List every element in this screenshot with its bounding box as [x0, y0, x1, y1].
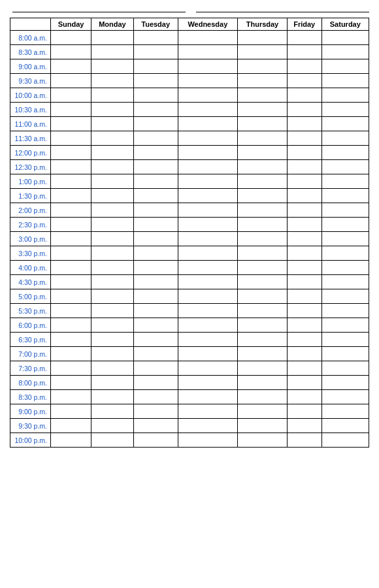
schedule-cell[interactable] [238, 347, 288, 361]
schedule-cell[interactable] [287, 333, 321, 347]
schedule-cell[interactable] [321, 189, 369, 203]
schedule-cell[interactable] [238, 289, 288, 304]
schedule-cell[interactable] [178, 318, 238, 333]
schedule-cell[interactable] [321, 203, 369, 218]
schedule-cell[interactable] [287, 146, 321, 160]
schedule-cell[interactable] [91, 189, 134, 203]
schedule-cell[interactable] [238, 390, 288, 404]
schedule-cell[interactable] [321, 275, 369, 289]
schedule-cell[interactable] [287, 275, 321, 289]
schedule-cell[interactable] [51, 59, 91, 74]
schedule-cell[interactable] [91, 203, 134, 218]
schedule-cell[interactable] [133, 376, 178, 390]
schedule-cell[interactable] [91, 218, 134, 232]
schedule-cell[interactable] [287, 189, 321, 203]
schedule-cell[interactable] [51, 304, 91, 318]
schedule-cell[interactable] [51, 117, 91, 131]
schedule-cell[interactable] [321, 160, 369, 174]
schedule-cell[interactable] [51, 261, 91, 275]
schedule-cell[interactable] [238, 361, 288, 376]
schedule-cell[interactable] [287, 131, 321, 146]
schedule-cell[interactable] [287, 174, 321, 189]
schedule-cell[interactable] [91, 117, 134, 131]
schedule-cell[interactable] [287, 31, 321, 45]
schedule-cell[interactable] [133, 174, 178, 189]
schedule-cell[interactable] [321, 289, 369, 304]
schedule-cell[interactable] [91, 31, 134, 45]
schedule-cell[interactable] [91, 361, 134, 376]
schedule-cell[interactable] [321, 390, 369, 404]
schedule-cell[interactable] [91, 390, 134, 404]
schedule-cell[interactable] [238, 103, 288, 117]
schedule-cell[interactable] [178, 289, 238, 304]
schedule-cell[interactable] [321, 246, 369, 261]
schedule-cell[interactable] [133, 390, 178, 404]
schedule-cell[interactable] [178, 390, 238, 404]
schedule-cell[interactable] [51, 347, 91, 361]
schedule-cell[interactable] [287, 59, 321, 74]
schedule-cell[interactable] [238, 160, 288, 174]
schedule-cell[interactable] [321, 218, 369, 232]
schedule-cell[interactable] [51, 376, 91, 390]
schedule-cell[interactable] [91, 74, 134, 88]
schedule-cell[interactable] [91, 419, 134, 433]
schedule-cell[interactable] [178, 376, 238, 390]
schedule-cell[interactable] [91, 261, 134, 275]
schedule-cell[interactable] [287, 160, 321, 174]
schedule-cell[interactable] [321, 333, 369, 347]
schedule-cell[interactable] [91, 275, 134, 289]
schedule-cell[interactable] [51, 232, 91, 246]
schedule-cell[interactable] [321, 261, 369, 275]
schedule-cell[interactable] [287, 246, 321, 261]
schedule-cell[interactable] [91, 103, 134, 117]
schedule-cell[interactable] [238, 433, 288, 448]
schedule-cell[interactable] [238, 146, 288, 160]
schedule-cell[interactable] [133, 146, 178, 160]
schedule-cell[interactable] [91, 318, 134, 333]
schedule-cell[interactable] [178, 347, 238, 361]
schedule-cell[interactable] [178, 45, 238, 59]
schedule-cell[interactable] [238, 318, 288, 333]
schedule-cell[interactable] [287, 289, 321, 304]
schedule-cell[interactable] [287, 74, 321, 88]
schedule-cell[interactable] [133, 333, 178, 347]
schedule-cell[interactable] [287, 404, 321, 419]
schedule-cell[interactable] [238, 376, 288, 390]
schedule-cell[interactable] [238, 404, 288, 419]
schedule-cell[interactable] [51, 203, 91, 218]
schedule-cell[interactable] [178, 218, 238, 232]
schedule-cell[interactable] [133, 433, 178, 448]
schedule-cell[interactable] [238, 59, 288, 74]
schedule-cell[interactable] [133, 361, 178, 376]
schedule-cell[interactable] [91, 232, 134, 246]
schedule-cell[interactable] [287, 261, 321, 275]
schedule-cell[interactable] [91, 347, 134, 361]
schedule-cell[interactable] [51, 433, 91, 448]
schedule-cell[interactable] [133, 31, 178, 45]
schedule-cell[interactable] [178, 333, 238, 347]
schedule-cell[interactable] [321, 232, 369, 246]
schedule-cell[interactable] [133, 246, 178, 261]
schedule-cell[interactable] [133, 45, 178, 59]
schedule-cell[interactable] [178, 117, 238, 131]
schedule-cell[interactable] [51, 160, 91, 174]
schedule-cell[interactable] [91, 304, 134, 318]
schedule-cell[interactable] [287, 304, 321, 318]
schedule-cell[interactable] [321, 318, 369, 333]
schedule-cell[interactable] [91, 174, 134, 189]
schedule-cell[interactable] [178, 246, 238, 261]
schedule-cell[interactable] [287, 433, 321, 448]
schedule-cell[interactable] [238, 88, 288, 103]
schedule-cell[interactable] [287, 117, 321, 131]
schedule-cell[interactable] [238, 261, 288, 275]
schedule-cell[interactable] [321, 117, 369, 131]
schedule-cell[interactable] [178, 304, 238, 318]
schedule-cell[interactable] [178, 232, 238, 246]
schedule-cell[interactable] [287, 218, 321, 232]
schedule-cell[interactable] [287, 361, 321, 376]
schedule-cell[interactable] [238, 45, 288, 59]
schedule-cell[interactable] [238, 275, 288, 289]
schedule-cell[interactable] [287, 390, 321, 404]
schedule-cell[interactable] [51, 31, 91, 45]
schedule-cell[interactable] [51, 74, 91, 88]
